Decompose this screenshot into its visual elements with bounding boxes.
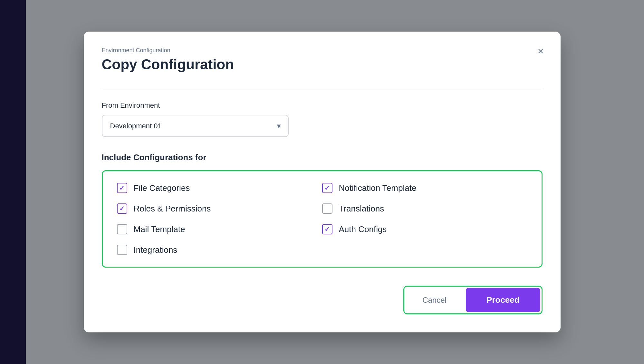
copy-configuration-modal: × Environment Configuration Copy Configu… [84, 32, 561, 332]
config-item-mail-template[interactable]: Mail Template [117, 224, 322, 234]
checkbox-notification-template[interactable]: ✓ [322, 183, 332, 193]
config-item-translations[interactable]: Translations [322, 203, 527, 214]
include-configurations-label: Include Configurations for [102, 152, 543, 162]
footer: Cancel Proceed [102, 286, 543, 314]
config-label-integrations: Integrations [134, 245, 178, 255]
checkmark-icon: ✓ [119, 205, 125, 212]
cancel-button[interactable]: Cancel [404, 287, 465, 313]
footer-buttons: Cancel Proceed [403, 286, 542, 314]
environment-select-wrapper: Development 01 Staging Production ▼ [102, 115, 289, 137]
modal-subtitle: Environment Configuration [102, 47, 543, 54]
checkmark-icon: ✓ [324, 185, 330, 191]
config-label-notification-template: Notification Template [339, 183, 417, 193]
environment-select[interactable]: Development 01 Staging Production [102, 115, 289, 137]
proceed-button[interactable]: Proceed [466, 288, 540, 312]
config-item-integrations[interactable]: Integrations [117, 245, 322, 255]
config-label-file-categories: File Categories [134, 183, 190, 193]
config-item-notification-template[interactable]: ✓ Notification Template [322, 183, 527, 193]
checkbox-mail-template[interactable] [117, 224, 127, 234]
divider [102, 88, 543, 88]
config-label-translations: Translations [339, 204, 384, 214]
checkbox-file-categories[interactable]: ✓ [117, 183, 127, 193]
config-label-auth-configs: Auth Configs [339, 224, 387, 234]
configurations-grid: ✓ File Categories ✓ Notification Templat… [102, 170, 543, 268]
checkmark-icon: ✓ [119, 185, 125, 191]
config-label-mail-template: Mail Template [134, 224, 185, 234]
checkbox-roles-permissions[interactable]: ✓ [117, 203, 127, 214]
close-button[interactable]: × [536, 44, 545, 57]
config-item-roles-permissions[interactable]: ✓ Roles & Permissions [117, 203, 322, 214]
checkbox-translations[interactable] [322, 203, 332, 214]
from-environment-label: From Environment [102, 101, 543, 110]
config-label-roles-permissions: Roles & Permissions [134, 204, 211, 214]
checkbox-auth-configs[interactable]: ✓ [322, 224, 332, 234]
checkmark-icon: ✓ [324, 226, 330, 232]
config-item-file-categories[interactable]: ✓ File Categories [117, 183, 322, 193]
modal-title: Copy Configuration [102, 56, 543, 73]
config-item-auth-configs[interactable]: ✓ Auth Configs [322, 224, 527, 234]
checkbox-integrations[interactable] [117, 245, 127, 255]
